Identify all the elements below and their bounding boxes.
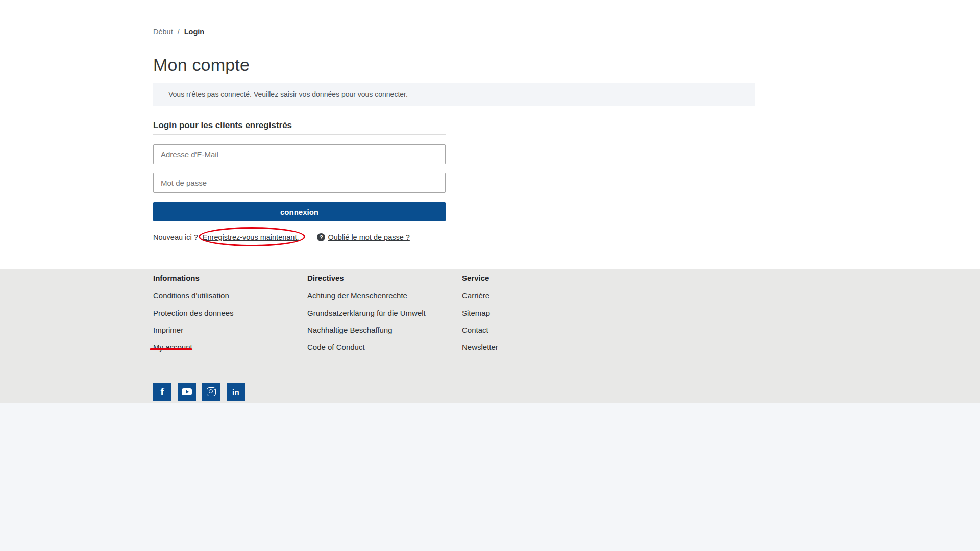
page-bottom-background bbox=[0, 403, 980, 551]
email-input[interactable] bbox=[153, 144, 446, 164]
login-section-divider bbox=[153, 134, 446, 135]
footer-link-sitemap[interactable]: Sitemap bbox=[462, 308, 490, 318]
facebook-button[interactable]: f bbox=[153, 383, 172, 401]
login-submit-button[interactable]: connexion bbox=[153, 202, 446, 221]
footer-link-sustainable-procurement[interactable]: Nachhaltige Beschaffung bbox=[307, 325, 393, 335]
forgot-password-link[interactable]: Oublié le mot de passe ? bbox=[328, 233, 409, 241]
breadcrumb-current: Login bbox=[184, 28, 204, 36]
login-section-heading: Login pour les clients enregistrés bbox=[153, 120, 292, 131]
page-title: Mon compte bbox=[153, 55, 250, 75]
footer-link-career[interactable]: Carrière bbox=[462, 291, 489, 301]
facebook-icon: f bbox=[161, 386, 164, 398]
footer-link-contact[interactable]: Contact bbox=[462, 325, 488, 335]
footer-link-imprint[interactable]: Imprimer bbox=[153, 325, 183, 335]
forgot-password-wrap[interactable]: ? Oublié le mot de passe ? bbox=[317, 233, 409, 241]
breadcrumb: Début / Login bbox=[153, 28, 204, 36]
footer-column-title: Directives bbox=[307, 273, 455, 283]
register-link-wrap: Enregistrez-vous maintenant. bbox=[203, 233, 299, 241]
password-input[interactable] bbox=[153, 173, 446, 193]
question-mark-icon: ? bbox=[317, 233, 325, 241]
footer-link-human-rights[interactable]: Achtung der Menschenrechte bbox=[307, 291, 407, 301]
linkedin-button[interactable]: in bbox=[227, 383, 245, 401]
alert-message: Vous n'êtes pas connecté. Veuillez saisi… bbox=[168, 90, 408, 98]
footer: Informations Conditions d'utilisation Pr… bbox=[0, 269, 980, 403]
footer-column-directives: Directives Achtung der Menschenrechte Gr… bbox=[307, 273, 455, 359]
footer-column-informations: Informations Conditions d'utilisation Pr… bbox=[153, 273, 301, 359]
social-links-row: f in bbox=[153, 383, 245, 401]
footer-column-title: Service bbox=[462, 273, 610, 283]
register-row: Nouveau ici ? Enregistrez-vous maintenan… bbox=[153, 233, 410, 241]
breadcrumb-divider bbox=[153, 42, 755, 42]
breadcrumb-home-link[interactable]: Début bbox=[153, 28, 173, 36]
footer-link-my-account[interactable]: My account bbox=[153, 342, 192, 353]
breadcrumb-separator: / bbox=[178, 28, 180, 36]
red-underline-annotation bbox=[150, 348, 192, 350]
footer-column-service: Service Carrière Sitemap Contact Newslet… bbox=[462, 273, 610, 359]
register-prompt: Nouveau ici ? bbox=[153, 233, 198, 241]
not-logged-in-alert: Vous n'êtes pas connecté. Veuillez saisi… bbox=[153, 83, 755, 106]
instagram-icon bbox=[207, 387, 216, 396]
footer-link-environment-policy[interactable]: Grundsatzerklärung für die Umwelt bbox=[307, 308, 426, 318]
top-divider bbox=[153, 23, 755, 23]
register-now-link[interactable]: Enregistrez-vous maintenant. bbox=[203, 233, 299, 241]
footer-column-title: Informations bbox=[153, 273, 301, 283]
footer-link-data-protection[interactable]: Protection des donnees bbox=[153, 308, 234, 318]
footer-link-newsletter[interactable]: Newsletter bbox=[462, 342, 498, 353]
youtube-icon bbox=[182, 388, 192, 395]
instagram-button[interactable] bbox=[202, 383, 220, 401]
youtube-button[interactable] bbox=[178, 383, 196, 401]
footer-link-code-of-conduct[interactable]: Code of Conduct bbox=[307, 342, 365, 353]
linkedin-icon: in bbox=[232, 388, 239, 396]
footer-link-conditions[interactable]: Conditions d'utilisation bbox=[153, 291, 229, 301]
